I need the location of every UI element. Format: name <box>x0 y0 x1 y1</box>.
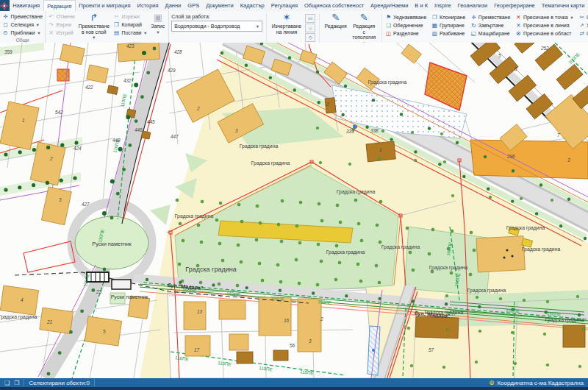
parcel-number: 5 <box>103 329 106 334</box>
cut-button[interactable]: ✂ Изрежи <box>113 13 148 21</box>
intersect-point-button[interactable]: ✕Пресичане в точка▼ <box>515 14 573 21</box>
trim-button[interactable]: ✂Отсичане <box>579 14 588 21</box>
ribbon-body: ✛ Преместване ◻ Селекция▼ ⊙ Приближи▼ Об… <box>0 11 588 43</box>
parcel-number: 542 <box>55 110 63 115</box>
tree-icon <box>535 212 538 215</box>
reverse-direction-button[interactable]: ⇄Смяна посоката <box>579 30 588 38</box>
tab-Документи[interactable]: Документи <box>203 0 237 11</box>
tab-Аренди/Наеми[interactable]: Аренди/Наеми <box>368 0 412 11</box>
tab-Тематични карти[interactable]: Тематични карти <box>538 0 588 11</box>
tab-Проекти и миграция[interactable]: Проекти и миграция <box>76 0 134 11</box>
tree-icon <box>378 297 381 300</box>
clone-button[interactable]: ❐Клониране <box>431 14 465 21</box>
edit-topology-button[interactable]: ✎ Редакция с топология▼ <box>351 13 378 43</box>
app-menu-button[interactable] <box>0 0 10 11</box>
tree-icon <box>91 288 95 292</box>
coordinate-system-label[interactable]: Координатна с-ма Кадастрална <box>497 380 584 386</box>
tree-icon <box>576 295 579 298</box>
save-button[interactable]: ▣ Запис▼ <box>149 13 166 35</box>
tree-icon <box>400 113 403 116</box>
paste-button[interactable]: ▤ Постави▼ <box>113 29 148 37</box>
move-button[interactable]: ✛ Преместване <box>2 13 43 21</box>
tree-icon <box>215 219 218 221</box>
park-label: Градска градина <box>429 265 468 271</box>
park-label: Градска градина <box>0 314 37 320</box>
delete-button[interactable]: ✕ Изтрий <box>48 29 75 37</box>
draw-line-button[interactable]: ✶ Изчертаване на линия <box>270 13 303 35</box>
tab-История[interactable]: История <box>134 0 162 11</box>
zoom-button[interactable]: ⊙ Приближи▼ <box>2 29 43 37</box>
tree-icon <box>316 127 319 130</box>
intersect-line-button[interactable]: ✕Пресичане в линия <box>515 22 573 29</box>
polygon-tool-button[interactable]: ◇ <box>305 33 315 42</box>
tree-icon <box>356 263 359 266</box>
tab-Геоанализи[interactable]: Геоанализи <box>454 0 491 11</box>
parcel-number: 57 <box>429 347 434 352</box>
working-layer-select[interactable]: Водопроводи - Водопровод ▼ <box>171 21 262 32</box>
parcel-number: 423 <box>126 43 135 49</box>
park-label: Градска градина <box>381 244 420 250</box>
selection-button[interactable]: ◻ Селекция▼ <box>2 21 43 29</box>
intersect-area-button[interactable]: ⊗Пресичане в област <box>515 30 573 38</box>
tree-icon <box>69 330 73 334</box>
chevron-down-icon: ▼ <box>570 15 573 20</box>
parcel-number: 338 <box>370 128 379 133</box>
equalize-button[interactable]: ⚑Уеднаквяване <box>386 14 427 21</box>
tree-icon <box>442 366 445 369</box>
tree-icon <box>379 241 381 244</box>
tab-Георефериране[interactable]: Георефериране <box>491 0 539 11</box>
polygon-tool-icon: ◇ <box>309 35 312 40</box>
tab-Регулация[interactable]: Регулация <box>268 0 301 11</box>
select-all-icon[interactable]: ❐ <box>14 380 19 386</box>
tree-icon <box>218 283 220 286</box>
rotate-button[interactable]: ↻Завъртане <box>470 22 510 29</box>
monument-symbol <box>87 272 109 282</box>
tab-Кадастър[interactable]: Кадастър <box>237 0 268 11</box>
tab-Inspire[interactable]: Inspire <box>431 0 455 11</box>
rectangle-tool-button[interactable]: ▭ <box>305 14 315 23</box>
move-objects-button[interactable]: ✛Преместване <box>470 14 510 21</box>
tab-Общинска собственост[interactable]: Общинска собственост <box>301 0 368 11</box>
parcel-number: 7 <box>557 132 560 138</box>
tree-icon <box>338 261 341 264</box>
parcel-number: 3 <box>59 197 62 202</box>
extend-button[interactable]: ↗Удължаване <box>579 22 588 29</box>
paste-icon: ▤ <box>113 29 120 36</box>
scale-button[interactable]: ◱Мащабиране <box>470 30 510 38</box>
tree-icon <box>60 179 63 182</box>
tab-GPS[interactable]: GPS <box>184 0 203 11</box>
redo-button[interactable]: ↷ Върни <box>48 21 75 29</box>
group-button[interactable]: ▦Групиране <box>431 22 465 29</box>
circle-tool-button[interactable]: ○ <box>305 24 315 32</box>
tree-icon <box>237 244 240 247</box>
tree-icon <box>390 138 392 141</box>
tree-icon <box>411 131 414 134</box>
explode-button[interactable]: ▥Разбиване <box>431 30 465 38</box>
tree-icon <box>269 76 272 79</box>
tree-icon <box>412 269 415 272</box>
tab-Данни[interactable]: Данни <box>162 0 184 11</box>
tree-icon <box>410 364 413 367</box>
tab-В и К[interactable]: В и К <box>412 0 431 11</box>
undo-button[interactable]: ↶ Отмени <box>48 13 75 21</box>
map-canvas[interactable]: Градска градинаГрадска градинаГрадска гр… <box>0 43 588 378</box>
tab-Навигация[interactable]: Навигация <box>10 0 43 11</box>
divider <box>94 379 95 386</box>
parcel-number: 3 <box>309 338 312 344</box>
edit-button[interactable]: ✎ Редакция <box>323 13 348 29</box>
split-button[interactable]: ◫Разделяне <box>386 30 427 38</box>
tree-icon <box>74 141 78 144</box>
parcel-number: 2 <box>326 102 329 107</box>
tab-Редакция[interactable]: Редакция <box>43 0 76 11</box>
union-button[interactable]: ❏Обединение <box>386 22 427 29</box>
tree-icon <box>102 211 107 216</box>
tree-icon <box>47 372 51 376</box>
redo-icon: ↷ <box>48 21 54 28</box>
copy-button[interactable]: ❐ Копирай <box>113 21 148 29</box>
intersect-point-icon: ✕ <box>515 14 521 21</box>
copy-icon: ❐ <box>113 21 120 28</box>
tree-icon <box>476 296 478 299</box>
move-to-new-layer-button[interactable]: ↱ Преместване в нов слой▼ <box>77 13 111 41</box>
tree-icon <box>316 283 319 286</box>
select-mode-icon[interactable]: ❏ <box>4 380 10 386</box>
